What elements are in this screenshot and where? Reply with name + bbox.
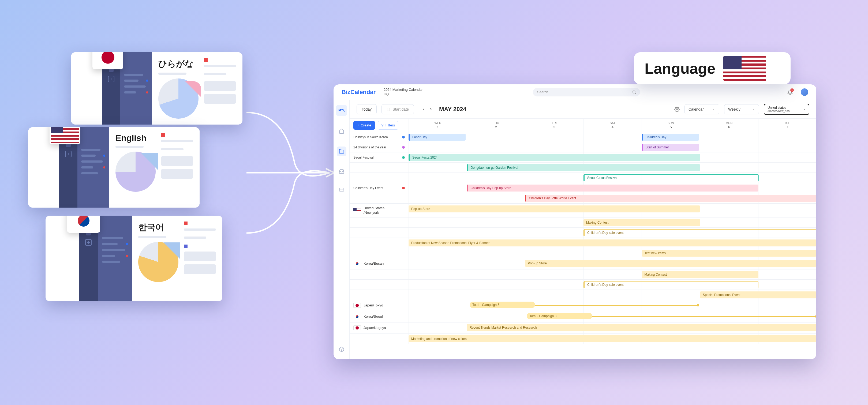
- day-header: FRI3: [525, 119, 583, 132]
- notification-bell[interactable]: 1: [787, 90, 793, 95]
- create-button[interactable]: + Create: [353, 121, 375, 130]
- flag-korea-icon: [67, 216, 100, 233]
- home-icon: [339, 129, 344, 134]
- svg-line-1: [635, 93, 636, 93]
- lang-card-japanese: + ひらがな: [71, 52, 243, 125]
- event-bar[interactable]: Children's Day: [642, 134, 699, 141]
- flag-japan-icon: [353, 303, 361, 308]
- filters-button[interactable]: Filters: [378, 121, 398, 130]
- sidebar-inbox[interactable]: [339, 168, 344, 175]
- event-bar[interactable]: Recent Trends Market Research and Resear…: [467, 324, 816, 331]
- event-bar[interactable]: Children's Day Lotte World Event: [525, 195, 816, 202]
- event-bar[interactable]: Children's Day sale event: [584, 229, 816, 236]
- event-bar[interactable]: Pop-up Store: [408, 206, 700, 212]
- svg-rect-2: [339, 188, 344, 191]
- avatar[interactable]: [801, 88, 808, 96]
- day-header: THU2: [467, 119, 525, 132]
- folder-icon: [339, 149, 344, 154]
- sidebar-help[interactable]: [339, 346, 344, 352]
- event-bar[interactable]: Marketing and promotion of new colors: [408, 335, 816, 342]
- flow-arrows-icon: [246, 102, 338, 244]
- calendar-icon: [386, 107, 390, 111]
- chevron-down-icon: [712, 108, 715, 111]
- start-date-button[interactable]: Start date: [381, 104, 414, 114]
- back-button[interactable]: [336, 105, 347, 116]
- event-bar[interactable]: Children's Day sale event: [584, 281, 758, 288]
- sidebar-home[interactable]: [339, 128, 344, 134]
- sidebar-folder[interactable]: [337, 147, 346, 156]
- app-sidebar: [334, 100, 350, 359]
- view-dropdown[interactable]: Calendar: [684, 104, 719, 114]
- search-input[interactable]: Search: [533, 88, 640, 96]
- event-bar[interactable]: Seoul Circus Festival: [584, 175, 759, 181]
- flag-japan-icon: [353, 325, 361, 330]
- language-label: Language: [645, 60, 715, 77]
- skeleton-line: [124, 80, 138, 82]
- event-bar[interactable]: Dongdaemun-gu Garden Festival: [467, 164, 700, 171]
- flag-korea-icon: [353, 261, 361, 266]
- day-header: MON6: [700, 119, 758, 132]
- timezone-dropdown[interactable]: United states America/New_York: [764, 104, 809, 115]
- add-icon[interactable]: +: [65, 151, 71, 157]
- campaign-pill[interactable]: Total - Campaign 3: [527, 313, 592, 319]
- event-bar[interactable]: Making Contest: [642, 271, 758, 278]
- add-icon[interactable]: +: [108, 76, 114, 82]
- region-row-japan-nagoya: Japan/Nagoya Recent Trends Market Resear…: [350, 322, 816, 334]
- prev-arrow[interactable]: [422, 107, 426, 111]
- event-bar[interactable]: Special Promotional Event: [700, 291, 816, 299]
- card-icon: [339, 187, 344, 192]
- event-bar[interactable]: Children's Day Pop-up Store: [467, 185, 758, 191]
- calendar-row-seoul-festival: Seoul Festival Seoul Festa 2024: [350, 152, 816, 163]
- event-bar[interactable]: Start of Summer: [642, 144, 699, 151]
- period-dropdown[interactable]: Weekly: [724, 104, 759, 114]
- event-bar[interactable]: Production of New Season Promotional Fly…: [408, 240, 816, 246]
- calendar-toolbar: Today Start date MAY 2024 Calendar: [350, 100, 816, 119]
- event-bar[interactable]: Pop-up Store: [525, 260, 816, 267]
- svg-rect-6: [387, 108, 390, 111]
- skeleton-line: [124, 86, 146, 88]
- language-badge: Language: [634, 52, 790, 84]
- settings-button[interactable]: [674, 106, 680, 112]
- svg-point-0: [633, 91, 635, 93]
- lang-card-korean: + 한국어: [45, 216, 222, 301]
- day-header: TUE7: [758, 119, 816, 132]
- pie-chart-icon: [138, 242, 179, 282]
- pie-chart-icon: [158, 79, 198, 119]
- sidebar-card[interactable]: [339, 187, 344, 193]
- event-bar[interactable]: Labor Day: [408, 134, 466, 141]
- svg-point-8: [677, 108, 678, 110]
- svg-point-5: [341, 350, 342, 351]
- flag-korea-icon: [353, 314, 361, 319]
- next-arrow[interactable]: [429, 107, 433, 111]
- current-month: MAY 2024: [439, 106, 466, 113]
- event-bar[interactable]: Test new items: [642, 250, 816, 257]
- page-subtitle: HQ: [384, 92, 423, 97]
- calendar-row-childrens: Children's Day Event Children's Day Pop-…: [350, 183, 816, 193]
- region-row-korea-seoul: Korea/Seoul Total - Campaign 3: [350, 311, 816, 322]
- brand-logo: BizCalendar: [342, 89, 376, 96]
- region-row-japan-tokyo: Japen/Tokyo Total - Campaign 5: [350, 300, 816, 311]
- calendar-grid: + Create Filters WED1 THU2 FRI3 SAT4 SUN…: [350, 119, 816, 359]
- card-nav: [120, 52, 152, 125]
- skeleton-line: [124, 74, 143, 76]
- pie-chart-icon: [116, 152, 156, 192]
- card-title: 한국어: [138, 221, 179, 233]
- chevron-down-icon: [752, 108, 755, 111]
- add-icon[interactable]: +: [85, 239, 92, 246]
- campaign-pill[interactable]: Total - Campaign 5: [470, 302, 535, 308]
- event-bar[interactable]: Making Contest: [584, 219, 700, 226]
- today-button[interactable]: Today: [356, 104, 377, 114]
- flag-us-icon: [50, 127, 81, 144]
- event-bar[interactable]: Seoul Festa 2024: [408, 154, 700, 161]
- undo-icon: [338, 107, 345, 114]
- chevron-down-icon: [803, 108, 806, 111]
- day-header: SUN5: [642, 119, 700, 132]
- card-title: ひらがな: [158, 58, 198, 70]
- svg-marker-9: [381, 124, 384, 126]
- region-row-us: United States /New york Pop-up Store: [350, 203, 816, 218]
- card-title: English: [116, 133, 156, 143]
- day-header: WED1: [408, 119, 467, 132]
- calendar-row-holidays: Holidays in South Korea Labor Day Childr…: [350, 132, 816, 142]
- flag-us-icon: [723, 56, 766, 81]
- calendar-app: BizCalendar 2024 Marketing Calendar HQ S…: [334, 84, 816, 359]
